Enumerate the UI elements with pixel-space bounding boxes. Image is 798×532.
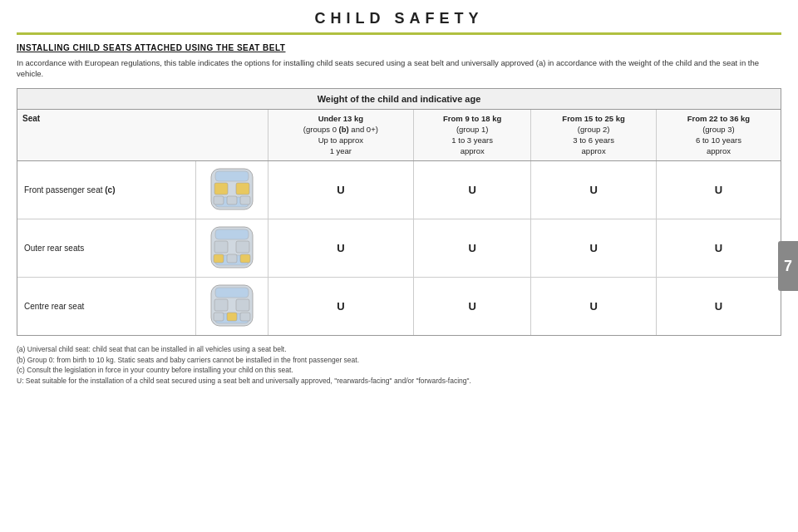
svg-rect-14 bbox=[227, 254, 237, 263]
seat-img-rear-centre bbox=[195, 277, 268, 335]
svg-rect-11 bbox=[214, 241, 228, 253]
svg-rect-21 bbox=[214, 313, 224, 321]
svg-rect-13 bbox=[214, 254, 224, 263]
svg-rect-22 bbox=[227, 313, 237, 321]
intro-text: In accordance with European regulations,… bbox=[17, 57, 781, 80]
footer-note-3: U: Seat suitable for the installation of… bbox=[17, 376, 781, 387]
table-main-header: Weight of the child and indicative age bbox=[17, 89, 781, 110]
row0-val2: U bbox=[531, 160, 656, 219]
svg-rect-19 bbox=[214, 299, 228, 311]
row1-val3: U bbox=[656, 219, 781, 277]
page-tab: 7 bbox=[778, 241, 798, 291]
svg-rect-4 bbox=[236, 183, 249, 195]
seat-img-rear-outer bbox=[195, 219, 268, 277]
seat-img-front bbox=[195, 160, 268, 219]
row0-val1: U bbox=[413, 160, 530, 219]
row2-val0: U bbox=[268, 277, 413, 335]
svg-rect-20 bbox=[236, 299, 249, 311]
table-main-header-row: Weight of the child and indicative age bbox=[17, 89, 781, 110]
child-seat-table: Weight of the child and indicative age S… bbox=[17, 88, 781, 336]
table-col-header-row: Seat Under 13 kg (groups 0 (b) and 0+) U… bbox=[17, 109, 781, 160]
footer-notes: (a) Universal child seat: child seat tha… bbox=[17, 344, 781, 387]
svg-rect-15 bbox=[240, 254, 250, 263]
svg-rect-3 bbox=[214, 183, 228, 195]
col-header-0: Under 13 kg (groups 0 (b) and 0+) Up to … bbox=[268, 109, 413, 160]
footer-note-0: (a) Universal child seat: child seat tha… bbox=[17, 344, 781, 355]
svg-rect-23 bbox=[240, 313, 250, 321]
row2-val2: U bbox=[531, 277, 656, 335]
svg-rect-17 bbox=[215, 288, 249, 298]
row1-val1: U bbox=[413, 219, 530, 277]
row1-val0: U bbox=[268, 219, 413, 277]
row2-val1: U bbox=[413, 277, 530, 335]
row1-val2: U bbox=[531, 219, 656, 277]
title-divider bbox=[17, 32, 781, 35]
page-title: CHILD SAFETY bbox=[0, 0, 798, 32]
col-header-3: From 22 to 36 kg (group 3) 6 to 10 years… bbox=[656, 109, 781, 160]
table-row: Front passenger seat (c) bbox=[17, 160, 781, 219]
table-row: Outer rear seats bbox=[17, 219, 781, 277]
svg-rect-1 bbox=[215, 171, 249, 181]
svg-rect-12 bbox=[236, 241, 249, 253]
table-row: Centre rear seat bbox=[17, 277, 781, 335]
col-header-2: From 15 to 25 kg (group 2) 3 to 6 years … bbox=[531, 109, 656, 160]
svg-rect-6 bbox=[227, 196, 237, 204]
row2-val3: U bbox=[656, 277, 781, 335]
svg-rect-5 bbox=[214, 196, 224, 204]
seat-label-0: Front passenger seat (c) bbox=[17, 160, 195, 219]
row0-val0: U bbox=[268, 160, 413, 219]
row0-val3: U bbox=[656, 160, 781, 219]
seat-label-2: Centre rear seat bbox=[17, 277, 195, 335]
svg-rect-7 bbox=[240, 196, 250, 204]
svg-rect-9 bbox=[215, 229, 249, 239]
seat-col-header: Seat bbox=[17, 109, 268, 160]
footer-note-1: (b) Group 0: from birth to 10 kg. Static… bbox=[17, 355, 781, 366]
seat-label-1: Outer rear seats bbox=[17, 219, 195, 277]
col-header-1: From 9 to 18 kg (group 1) 1 to 3 years a… bbox=[413, 109, 530, 160]
footer-note-2: (c) Consult the legislation in force in … bbox=[17, 365, 781, 376]
section-heading: INSTALLING CHILD SEATS ATTACHED USING TH… bbox=[17, 43, 781, 52]
